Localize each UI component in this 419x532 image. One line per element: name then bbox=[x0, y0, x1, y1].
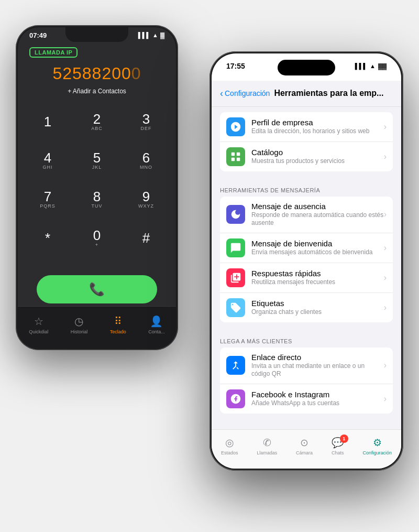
chevron-icon: › bbox=[384, 361, 387, 370]
chevron-icon: › bbox=[384, 122, 387, 132]
dial-key-8[interactable]: 8TUV bbox=[76, 181, 118, 218]
ausencia-icon bbox=[226, 205, 245, 224]
chevron-icon: › bbox=[384, 210, 387, 219]
historial-label: Historial bbox=[71, 329, 88, 334]
phone-dialer: 07:49 ▌▌▌ ▲ ▓ LLAMADA IP 525882000 + Aña… bbox=[16, 25, 178, 350]
settings-content: Perfil de empresa Edita la dirección, lo… bbox=[212, 107, 401, 429]
estados-icon: ◎ bbox=[225, 437, 234, 449]
svg-rect-3 bbox=[237, 157, 240, 160]
rapidas-icon bbox=[226, 268, 245, 287]
ausencia-title: Mensaje de ausencia bbox=[251, 202, 384, 211]
call-button[interactable]: 📞 bbox=[37, 275, 157, 303]
dial-key-star[interactable]: * bbox=[27, 220, 69, 256]
tab-historial[interactable]: ◷ Historial bbox=[71, 315, 88, 334]
catalogo-subtitle: Muestra tus productos y servicios bbox=[251, 157, 384, 166]
quickdial-icon: ☆ bbox=[34, 315, 43, 328]
settings-item-enlace[interactable]: Enlace directo Invita a un chat mediante… bbox=[220, 348, 393, 384]
settings-item-facebook[interactable]: Facebook e Instagram Añade WhatsApp a tu… bbox=[220, 384, 393, 414]
time: 07:49 bbox=[29, 31, 47, 39]
enlace-text: Enlace directo Invita a un chat mediante… bbox=[251, 353, 384, 378]
phone-icon: 📞 bbox=[89, 282, 105, 297]
facebook-text: Facebook e Instagram Añade WhatsApp a tu… bbox=[251, 390, 384, 408]
dialpad: 1 2ABC 3DEF 4GHI 5JKL 6MNO 7PQRS 8TUV 9W… bbox=[23, 103, 171, 258]
time-2: 17:55 bbox=[226, 62, 245, 70]
signal-icon: ▌▌▌ bbox=[138, 32, 150, 38]
dial-key-2[interactable]: 2ABC bbox=[76, 103, 118, 140]
tab-llamadas[interactable]: ✆ Llamadas bbox=[257, 437, 277, 455]
notch bbox=[65, 27, 128, 42]
quickdial-label: Quickdial bbox=[29, 329, 48, 334]
perfil-subtitle: Edita la dirección, los horarios y sitio… bbox=[251, 127, 384, 136]
dial-key-0[interactable]: 0+ bbox=[76, 220, 118, 256]
tab-camara[interactable]: ⊙ Cámara bbox=[296, 437, 313, 455]
facebook-subtitle: Añade WhatsApp a tus cuentas bbox=[251, 399, 384, 408]
settings-item-bienvenida[interactable]: Mensaje de bienvenida Envía mensajes aut… bbox=[220, 233, 393, 263]
configuracion-icon: ⚙ bbox=[373, 437, 382, 449]
rapidas-title: Respuestas rápidas bbox=[251, 269, 384, 278]
battery-icon: ▓ bbox=[160, 32, 164, 38]
dial-key-1[interactable]: 1 bbox=[27, 103, 69, 140]
contactos-icon: 👤 bbox=[150, 315, 163, 328]
wifi-icon-2: ▲ bbox=[370, 63, 376, 69]
battery-icon-2: ▓▓ bbox=[378, 63, 387, 69]
tab-chats[interactable]: 💬 1 Chats bbox=[332, 437, 344, 455]
dial-row-2: 4GHI 5JKL 6MNO bbox=[23, 142, 171, 179]
dial-key-3[interactable]: 3DEF bbox=[125, 103, 167, 140]
perfil-text: Perfil de empresa Edita la dirección, lo… bbox=[251, 118, 384, 136]
enlace-icon bbox=[226, 356, 245, 375]
bienvenida-subtitle: Envía mensajes automáticos de bienvenida bbox=[251, 248, 384, 257]
catalogo-icon bbox=[226, 147, 245, 166]
camara-label: Cámara bbox=[296, 450, 313, 455]
bienvenida-title: Mensaje de bienvenida bbox=[251, 239, 384, 248]
settings-item-perfil[interactable]: Perfil de empresa Edita la dirección, lo… bbox=[220, 112, 393, 142]
perfil-icon bbox=[226, 117, 245, 136]
bienvenida-text: Mensaje de bienvenida Envía mensajes aut… bbox=[251, 239, 384, 257]
svg-rect-1 bbox=[237, 152, 240, 155]
page-title: Herramientas para la emp... bbox=[274, 89, 393, 98]
settings-item-catalogo[interactable]: Catálogo Muestra tus productos y servici… bbox=[220, 142, 393, 171]
estados-label: Estados bbox=[221, 450, 238, 455]
dial-key-hash[interactable]: # bbox=[125, 220, 167, 256]
facebook-icon bbox=[226, 389, 245, 408]
settings-group-clientes: Enlace directo Invita a un chat mediante… bbox=[220, 348, 393, 414]
dial-row-3: 7PQRS 8TUV 9WXYZ bbox=[23, 181, 171, 218]
rapidas-text: Respuestas rápidas Reutiliza mensajes fr… bbox=[251, 269, 384, 287]
perfil-title: Perfil de empresa bbox=[251, 118, 384, 127]
tab-quickdial[interactable]: ☆ Quickdial bbox=[29, 315, 48, 334]
enlace-title: Enlace directo bbox=[251, 353, 384, 362]
ausencia-subtitle: Responde de manera automática cuando est… bbox=[251, 211, 384, 227]
dial-key-4[interactable]: 4GHI bbox=[27, 142, 69, 179]
svg-rect-2 bbox=[231, 157, 235, 160]
historial-icon: ◷ bbox=[74, 315, 83, 328]
tab-estados[interactable]: ◎ Estados bbox=[221, 437, 238, 455]
back-label: Configuración bbox=[225, 89, 270, 97]
section-header-mensajeria: HERRAMIENTAS DE MENSAJERÍA bbox=[212, 180, 401, 197]
tab-teclado[interactable]: ⠿ Teclado bbox=[110, 315, 126, 334]
dial-key-9[interactable]: 9WXYZ bbox=[125, 181, 167, 218]
catalogo-title: Catálogo bbox=[251, 148, 384, 157]
llamadas-icon: ✆ bbox=[263, 437, 271, 449]
settings-item-etiquetas[interactable]: Etiquetas Organiza chats y clientes › bbox=[220, 293, 393, 322]
svg-rect-0 bbox=[231, 152, 235, 155]
llamadas-label: Llamadas bbox=[257, 450, 277, 455]
navigation-bar: ‹ Configuración Herramientas para la emp… bbox=[212, 81, 401, 107]
tab-bar-2: ◎ Estados ✆ Llamadas ⊙ Cámara 💬 1 Chats bbox=[212, 429, 401, 469]
dial-key-5[interactable]: 5JKL bbox=[76, 142, 118, 179]
add-contact-link[interactable]: + Añadir a Contactos bbox=[18, 88, 176, 95]
tab-contactos[interactable]: 👤 Conta... bbox=[148, 315, 165, 334]
settings-group-mensajeria: Mensaje de ausencia Responde de manera a… bbox=[220, 197, 393, 322]
dialed-number: 525882000 bbox=[18, 64, 176, 83]
ausencia-text: Mensaje de ausencia Responde de manera a… bbox=[251, 202, 384, 227]
etiquetas-subtitle: Organiza chats y clientes bbox=[251, 308, 384, 317]
settings-item-ausencia[interactable]: Mensaje de ausencia Responde de manera a… bbox=[220, 197, 393, 233]
chevron-icon: › bbox=[384, 243, 387, 253]
camara-icon: ⊙ bbox=[300, 437, 308, 449]
tab-configuracion[interactable]: ⚙ Configuración bbox=[363, 437, 392, 455]
back-button[interactable]: ‹ Configuración bbox=[220, 88, 270, 99]
dial-key-6[interactable]: 6MNO bbox=[125, 142, 167, 179]
dial-key-7[interactable]: 7PQRS bbox=[27, 181, 69, 218]
chevron-left-icon: ‹ bbox=[220, 88, 223, 99]
status-icons-2: ▌▌▌ ▲ ▓▓ bbox=[355, 63, 387, 69]
etiquetas-icon bbox=[226, 298, 245, 317]
settings-item-rapidas[interactable]: Respuestas rápidas Reutiliza mensajes fr… bbox=[220, 263, 393, 293]
